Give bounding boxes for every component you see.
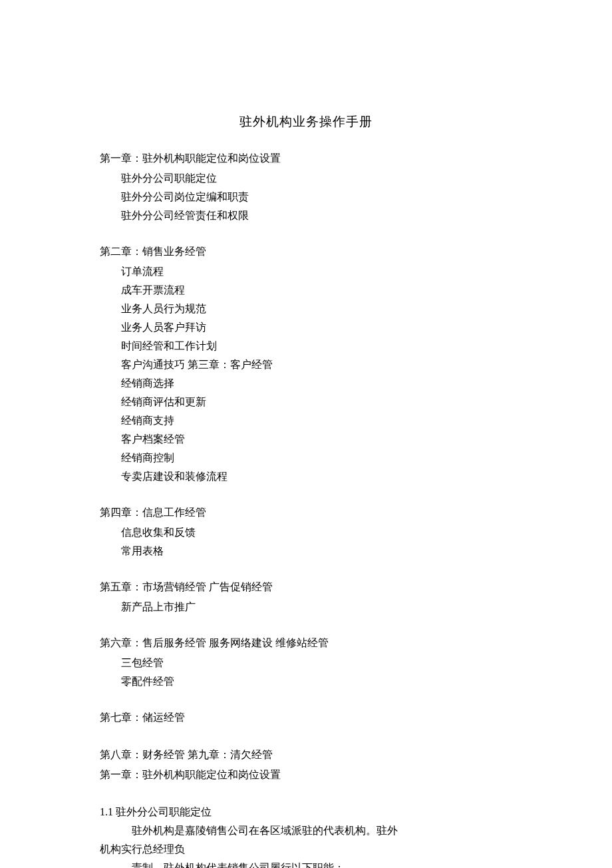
body-paragraph: 驻外机构是嘉陵销售公司在各区域派驻的代表机构。驻外 bbox=[100, 821, 512, 840]
toc-item: 三包经管 bbox=[100, 654, 512, 672]
toc-item: 客户档案经管 bbox=[100, 430, 512, 449]
chapter-2-heading: 第二章：销售业务经管 bbox=[100, 242, 512, 261]
toc-item: 经销商支持 bbox=[100, 411, 512, 430]
chapter-1-repeat-heading: 第一章：驻外机构职能定位和岗位设置 bbox=[100, 765, 512, 784]
body-paragraph: 责制。驻外机构代表销售公司履行以下职能： bbox=[100, 859, 512, 868]
toc-item: 常用表格 bbox=[100, 542, 512, 560]
toc-item: 新产品上市推广 bbox=[100, 598, 512, 616]
toc-item: 专卖店建设和装修流程 bbox=[100, 467, 512, 486]
toc-item: 业务人员行为规范 bbox=[100, 300, 512, 318]
toc-item: 经销商选择 bbox=[100, 374, 512, 393]
toc-item: 零配件经管 bbox=[100, 672, 512, 691]
chapter-7-heading: 第七章：储运经管 bbox=[100, 708, 512, 727]
body-paragraph: 机构实行总经理负 bbox=[100, 840, 512, 859]
section-1-1-heading: 1.1 驻外分公司职能定位 bbox=[100, 803, 512, 821]
toc-item: 时间经管和工作计划 bbox=[100, 337, 512, 355]
chapter-6-heading: 第六章：售后服务经管 服务网络建设 维修站经管 bbox=[100, 634, 512, 652]
chapter-4-heading: 第四章：信息工作经管 bbox=[100, 503, 512, 522]
toc-item: 订单流程 bbox=[100, 262, 512, 281]
toc-item: 成车开票流程 bbox=[100, 281, 512, 300]
toc-item: 驻外分公司岗位定编和职责 bbox=[100, 188, 512, 206]
chapter-1-heading: 第一章：驻外机构职能定位和岗位设置 bbox=[100, 149, 512, 168]
toc-item: 客户沟通技巧 第三章：客户经管 bbox=[100, 355, 512, 374]
toc-item: 业务人员客户拜访 bbox=[100, 318, 512, 337]
chapter-8-heading: 第八章：财务经管 第九章：清欠经管 bbox=[100, 746, 512, 764]
document-title: 驻外机构业务操作手册 bbox=[100, 113, 512, 130]
toc-item: 驻外分公司职能定位 bbox=[100, 169, 512, 188]
toc-item: 信息收集和反馈 bbox=[100, 523, 512, 542]
toc-item: 经销商控制 bbox=[100, 449, 512, 467]
toc-item: 驻外分公司经管责任和权限 bbox=[100, 206, 512, 225]
toc-item: 经销商评估和更新 bbox=[100, 393, 512, 411]
chapter-5-heading: 第五章：市场营销经管 广告促销经管 bbox=[100, 578, 512, 596]
